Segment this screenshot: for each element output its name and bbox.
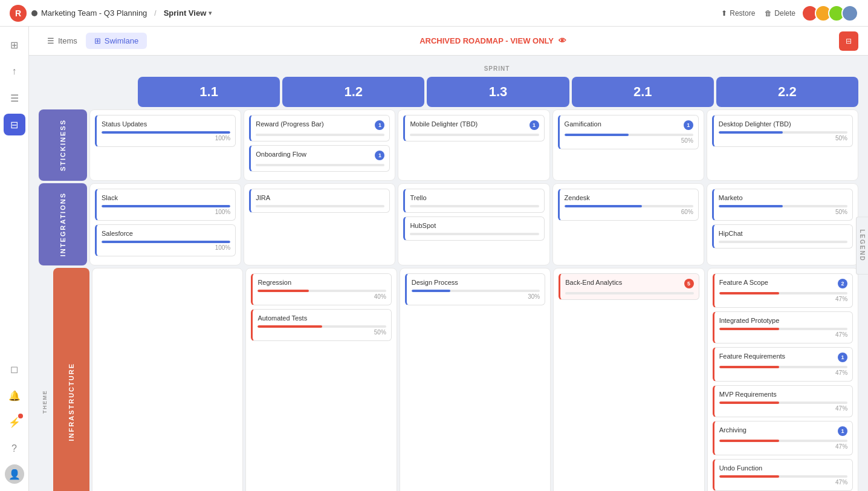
sprint-header-4[interactable]: 2.1: [572, 77, 714, 107]
avatar-overflow: [841, 5, 858, 22]
sidebar-icon-bell[interactable]: 🔔: [4, 385, 25, 406]
card-feature-a-scope[interactable]: Feature A Scope 2 47%: [713, 273, 853, 308]
card-title: MVP Requirements: [719, 391, 847, 398]
card-marketo[interactable]: Marketo 50%: [712, 189, 853, 221]
card-pct: 100%: [102, 244, 230, 251]
legend-tab[interactable]: LEGEND: [856, 216, 868, 275]
card-mvp-requirements[interactable]: MVP Requirements 47%: [713, 385, 853, 417]
card-feature-requirements[interactable]: Feature Requirements 1 47%: [713, 347, 853, 382]
card-salesforce[interactable]: Salesforce 100%: [95, 224, 236, 256]
card-badge: 2: [838, 279, 847, 288]
card-pct: 50%: [719, 209, 847, 215]
card-badge: 1: [375, 120, 384, 130]
card-title: Zendesk: [565, 194, 693, 201]
sprint-label-row: SPRINT: [39, 65, 858, 72]
items-label: Items: [58, 36, 77, 45]
card-title: Automated Tests: [257, 314, 386, 322]
filter-button[interactable]: ⊟: [839, 31, 858, 51]
card-slack[interactable]: Slack 100%: [95, 189, 236, 221]
card-pct: 47%: [719, 479, 847, 486]
sidebar-icon-user[interactable]: 👤: [5, 464, 24, 484]
card-automated-tests[interactable]: Automated Tests 50%: [251, 309, 391, 341]
sprint-header-5[interactable]: 2.2: [716, 77, 858, 107]
avatar-group: [805, 5, 858, 22]
archived-banner: ARCHIVED ROADMAP - VIEW ONLY 👁: [147, 36, 839, 45]
sidebar-icon-list[interactable]: ☰: [4, 87, 25, 109]
sprint-header-row: 1.1 1.2 1.3 2.1 2.2: [39, 77, 858, 107]
delete-icon: 🗑: [765, 9, 772, 18]
items-icon: ☰: [47, 36, 54, 45]
integrations-cell-1-2: JIRA: [244, 183, 395, 265]
delete-button[interactable]: 🗑 Delete: [765, 9, 795, 18]
sidebar-icon-upload[interactable]: ↑: [4, 60, 25, 82]
restore-button[interactable]: ⬆ Restore: [721, 9, 755, 18]
card-title: HubSpot: [410, 222, 539, 229]
card-pct: 30%: [412, 293, 540, 300]
swimlane-stickiness-color: STICKINESS: [39, 109, 87, 181]
card-undo-function[interactable]: Undo Function 47%: [713, 459, 853, 491]
sidebar-icon-lightning[interactable]: ⚡: [4, 411, 25, 433]
view-name: Sprint View: [164, 8, 207, 18]
card-zendesk[interactable]: Zendesk 60%: [558, 189, 699, 221]
swimlane-stickiness-text: STICKINESS: [59, 119, 66, 171]
card-backend-analytics[interactable]: Back-End Analytics 5: [559, 273, 699, 300]
restore-icon: ⬆: [721, 9, 727, 18]
card-badge: 1: [838, 426, 847, 436]
card-gamification[interactable]: Gamification 1 50%: [558, 115, 699, 149]
sidebar-icon-grid[interactable]: ⊞: [4, 34, 25, 56]
nav-separator: /: [154, 9, 156, 18]
card-design-process[interactable]: Design Process 30%: [405, 273, 545, 305]
card-pct: 50%: [719, 135, 847, 141]
card-pct: 60%: [565, 209, 693, 215]
card-title: Undo Function: [719, 464, 847, 472]
card-jira[interactable]: JIRA: [249, 189, 390, 213]
swimlane-integrations-text: INTEGRATIONS: [59, 192, 66, 256]
card-integrated-prototype[interactable]: Integrated Prototype 47%: [713, 311, 853, 343]
card-pct: 100%: [102, 135, 230, 141]
stickiness-cell-1-3: Mobile Delighter (TBD) 1: [398, 109, 549, 181]
card-mobile-delighter[interactable]: Mobile Delighter (TBD) 1: [403, 115, 544, 141]
card-onboarding-flow[interactable]: Onboarding Flow 1: [249, 145, 390, 172]
card-pct: 50%: [565, 137, 693, 144]
card-title: Back-End Analytics: [565, 279, 681, 286]
swimlane-stickiness: STICKINESS Status Updates 100% Reward (P…: [39, 109, 858, 181]
card-pct: 47%: [719, 405, 847, 412]
card-hubspot[interactable]: HubSpot: [403, 216, 544, 241]
sidebar-icon-help[interactable]: ?: [4, 438, 25, 460]
card-reward-progress-bar[interactable]: Reward (Progress Bar) 1: [249, 115, 390, 141]
sidebar-icon-filter-active[interactable]: ⊟: [4, 114, 25, 135]
card-title: Onboarding Flow: [256, 151, 372, 158]
card-title: Regression: [257, 279, 386, 286]
card-title: Status Updates: [102, 120, 230, 128]
card-regression[interactable]: Regression 40%: [251, 273, 391, 305]
card-trello[interactable]: Trello: [403, 189, 544, 213]
nav-team: Marketing Team - Q3 Planning: [31, 8, 147, 18]
integrations-cell-1-1: Slack 100% Salesforce 100%: [89, 183, 241, 265]
sprint-header-1[interactable]: 1.1: [138, 77, 280, 107]
swimlane-integrations-color: INTEGRATIONS: [39, 183, 87, 265]
card-pct: 100%: [102, 209, 230, 215]
card-pct: 50%: [257, 329, 386, 336]
infrastructure-cell-1-3: Design Process 30%: [400, 268, 551, 491]
delete-label: Delete: [774, 9, 795, 18]
sprint-header-3[interactable]: 1.3: [427, 77, 569, 107]
nav-left: R Marketing Team - Q3 Planning / Sprint …: [10, 5, 212, 22]
sprint-section-label: SPRINT: [135, 65, 858, 72]
card-desktop-delighter[interactable]: Desktop Delighter (TBD) 50%: [712, 115, 853, 147]
tab-swimlane[interactable]: ⊞ Swimlane: [86, 33, 147, 49]
card-status-updates[interactable]: Status Updates 100%: [95, 115, 236, 147]
swimlane-infrastructure-color: INFRASTRUCTURE: [53, 268, 89, 491]
card-hipchat[interactable]: HipChat: [712, 224, 853, 249]
swimlane-infrastructure-wrapper: THEME INFRASTRUCTURE Regression 40% Auto…: [39, 268, 858, 491]
card-title: Feature Requirements: [719, 353, 835, 360]
card-archiving[interactable]: Archiving 1 47%: [713, 421, 853, 455]
infrastructure-cell-2-2: Feature A Scope 2 47% Integrated Prototy…: [707, 268, 858, 491]
card-pct: 47%: [719, 331, 847, 338]
archived-text: ARCHIVED ROADMAP - VIEW ONLY: [419, 36, 554, 45]
nav-view[interactable]: Sprint View ▾: [164, 8, 212, 18]
sidebar-icon-card[interactable]: ◻: [4, 358, 25, 380]
swimlane-integrations: INTEGRATIONS Slack 100% Salesforce 100%: [39, 183, 858, 265]
tab-items[interactable]: ☰ Items: [39, 33, 86, 49]
card-pct: 47%: [719, 443, 847, 450]
sprint-header-2[interactable]: 1.2: [282, 77, 424, 107]
